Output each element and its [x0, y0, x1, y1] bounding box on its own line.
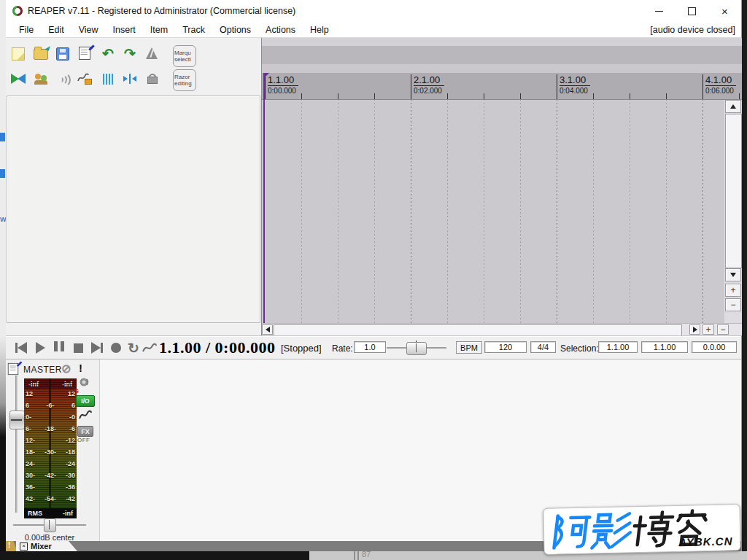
volume-fader-track[interactable] — [15, 376, 18, 513]
go-to-start-button[interactable] — [13, 340, 29, 356]
selection-start-field[interactable]: 1.1.00 — [598, 341, 638, 353]
scroll-down-button[interactable] — [725, 268, 741, 281]
warning-icon[interactable]: ! — [79, 362, 82, 374]
scroll-up-button[interactable] — [725, 100, 741, 113]
mute-icon[interactable]: ⊘ — [61, 362, 71, 376]
master-route-button[interactable] — [7, 362, 19, 376]
pause-icon — [53, 341, 66, 354]
track-lane-area[interactable] — [262, 100, 724, 323]
grid-lines-button[interactable] — [99, 70, 117, 88]
master-volume-button[interactable] — [54, 70, 71, 88]
envelope-icon — [79, 409, 92, 420]
insert-track-button[interactable] — [32, 70, 50, 88]
redo-icon: ↷ — [124, 47, 136, 61]
record-button[interactable] — [108, 340, 124, 356]
timeline-ruler[interactable]: 1.1.000:00.0002.1.000:02.0003.1.000:04.0… — [262, 73, 742, 100]
pause-button[interactable] — [51, 340, 67, 356]
transport-time-display[interactable]: 1.1.00 / 0:00.000 — [159, 338, 275, 357]
envelope-button[interactable] — [142, 340, 158, 356]
selection-end-field[interactable]: 1.1.00 — [641, 341, 688, 353]
meter-scale-label: 36- — [26, 483, 35, 491]
redo-button[interactable]: ↷ — [121, 44, 139, 62]
stop-button[interactable] — [70, 340, 86, 356]
maximize-button[interactable] — [676, 0, 708, 22]
transport-bar: ↻ 1.1.00 / 0:00.000 [Stopped] Rate: 1.0 … — [6, 335, 741, 359]
menu-edit[interactable]: Edit — [41, 23, 71, 36]
menu-item[interactable]: Item — [143, 23, 175, 36]
grid-beat-line — [593, 100, 594, 323]
bpm-button[interactable]: BPM — [456, 341, 482, 354]
volume-fader-handle[interactable] — [9, 411, 25, 429]
master-envelope-button[interactable] — [79, 409, 92, 420]
mixer-tab[interactable]: × Mixer — [16, 541, 77, 551]
menu-track[interactable]: Track — [175, 23, 212, 36]
snap-toggle-button[interactable] — [121, 70, 139, 88]
save-project-button[interactable] — [54, 45, 71, 63]
vertical-scroll-thumb[interactable] — [725, 114, 742, 268]
edit-cursor[interactable] — [263, 73, 265, 323]
new-project-button[interactable] — [9, 45, 27, 63]
scroll-right-button[interactable] — [689, 324, 700, 335]
close-icon: × — [721, 6, 728, 17]
record-icon — [111, 343, 121, 353]
menu-options[interactable]: Options — [212, 23, 258, 36]
watermark-cjk-text: 阿影博客 — [543, 509, 544, 510]
rate-slider-handle[interactable] — [406, 342, 427, 355]
horizontal-scroll-thumb[interactable] — [274, 324, 682, 336]
zoom-out-horizontal-button[interactable]: − — [717, 324, 729, 335]
razor-edit-button[interactable]: Razor editing — [173, 69, 196, 91]
meter-scale-label: 12 — [68, 390, 75, 397]
envelope-lock-button[interactable] — [76, 70, 93, 88]
project-settings-button[interactable] — [76, 44, 93, 62]
close-tab-icon[interactable]: × — [20, 542, 28, 551]
repeat-button[interactable]: ↻ — [125, 340, 142, 356]
close-button[interactable]: × — [708, 0, 741, 22]
scroll-left-button[interactable] — [262, 324, 273, 335]
grid-icon — [103, 74, 113, 85]
go-to-end-button[interactable] — [89, 340, 105, 356]
master-level-meter[interactable]: -inf -inf 1260-6-12-18-24-30-36-42-126-0… — [24, 378, 77, 518]
track-control-panel-empty[interactable] — [7, 96, 260, 322]
menu-bar: FileEditViewInsertItemTrackOptionsAction… — [6, 22, 741, 38]
menu-help[interactable]: Help — [303, 23, 336, 36]
time-signature-field[interactable]: 4/4 — [530, 341, 556, 353]
plus-icon: + — [705, 325, 711, 334]
master-channel-strip[interactable]: MASTER ⊘ ! -inf -inf 1260-6-12-18-24-30-… — [6, 359, 100, 542]
undo-button[interactable]: ↶ — [99, 44, 117, 62]
menu-view[interactable]: View — [71, 23, 106, 36]
minimize-button[interactable] — [643, 0, 676, 22]
master-channel-label: MASTER — [23, 365, 62, 375]
menu-insert[interactable]: Insert — [106, 23, 143, 36]
zoom-out-vertical-button[interactable]: − — [725, 298, 741, 311]
zoom-in-horizontal-button[interactable]: + — [703, 324, 714, 335]
meter-scale-label: 12- — [26, 437, 35, 444]
menu-actions[interactable]: Actions — [258, 23, 303, 36]
bpm-field[interactable]: 120 — [484, 341, 527, 353]
grid-beat-line — [374, 100, 375, 323]
meter-scale-label: -42- — [24, 472, 77, 479]
pan-slider-handle[interactable] — [44, 518, 56, 532]
sends-button[interactable] — [79, 377, 90, 387]
rate-field[interactable]: 1.0 — [354, 341, 386, 353]
crossfade-button[interactable] — [9, 70, 27, 88]
open-project-button[interactable] — [32, 45, 50, 63]
beat-tick — [338, 93, 338, 99]
marquee-select-button[interactable]: Marqu selecti — [173, 45, 196, 67]
meter-scale-label: -54- — [24, 495, 77, 502]
title-bar[interactable]: REAPER v7.11 - Registered to Administrat… — [6, 0, 741, 23]
metronome-button[interactable] — [143, 44, 160, 62]
horizontal-scrollbar[interactable]: + − — [262, 323, 742, 335]
lock-button[interactable] — [143, 70, 160, 88]
vertical-scrollbar[interactable]: + − — [724, 100, 742, 323]
watermark: 阿影博客 — [543, 504, 740, 555]
window-title: REAPER v7.11 - Registered to Administrat… — [28, 6, 295, 16]
fx-button[interactable]: FX — [77, 426, 93, 437]
io-button[interactable]: I/O — [76, 395, 95, 407]
menu-file[interactable]: File — [12, 23, 41, 36]
selection-length-field[interactable]: 0.0.00 — [692, 341, 737, 353]
meter-scale-label: 0- — [26, 413, 31, 421]
zoom-in-vertical-button[interactable]: + — [725, 284, 741, 297]
grid-beat-line — [630, 100, 630, 323]
play-button[interactable] — [32, 340, 48, 356]
docker-alert-tab[interactable]: ! — [6, 541, 18, 551]
